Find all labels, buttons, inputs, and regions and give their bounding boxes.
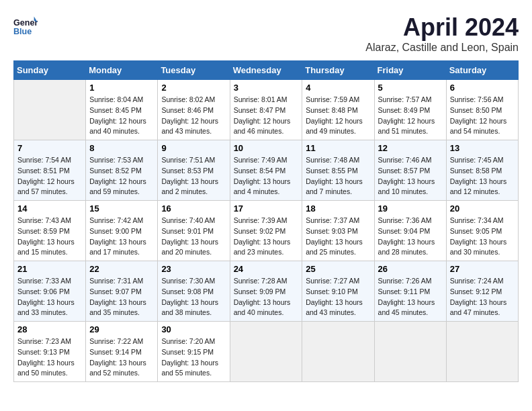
calendar-table: SundayMondayTuesdayWednesdayThursdayFrid… (13, 60, 519, 382)
calendar-cell: 30Sunrise: 7:20 AMSunset: 9:15 PMDayligh… (158, 322, 230, 382)
week-row-2: 7Sunrise: 7:54 AMSunset: 8:51 PMDaylight… (14, 140, 519, 201)
calendar-cell: 21Sunrise: 7:33 AMSunset: 9:06 PMDayligh… (14, 261, 86, 322)
calendar-cell: 2Sunrise: 8:02 AMSunset: 8:46 PMDaylight… (158, 80, 230, 140)
day-number: 16 (161, 203, 226, 214)
day-info: Sunrise: 7:56 AMSunset: 8:50 PMDaylight:… (450, 95, 515, 137)
calendar-cell (230, 322, 302, 382)
day-number: 15 (89, 203, 154, 214)
day-number: 11 (306, 143, 370, 153)
calendar-cell: 20Sunrise: 7:34 AMSunset: 9:05 PMDayligh… (446, 201, 518, 261)
day-info: Sunrise: 7:48 AMSunset: 8:55 PMDaylight:… (306, 155, 370, 197)
day-info: Sunrise: 7:45 AMSunset: 8:58 PMDaylight:… (450, 155, 515, 197)
day-header-friday: Friday (374, 61, 446, 80)
day-info: Sunrise: 8:01 AMSunset: 8:47 PMDaylight:… (234, 95, 299, 137)
day-number: 28 (17, 324, 82, 334)
day-info: Sunrise: 7:39 AMSunset: 9:02 PMDaylight:… (234, 216, 299, 258)
day-info: Sunrise: 7:40 AMSunset: 9:01 PMDaylight:… (161, 216, 226, 258)
day-info: Sunrise: 7:33 AMSunset: 9:06 PMDaylight:… (17, 276, 82, 318)
day-header-monday: Monday (86, 61, 158, 80)
calendar-cell: 10Sunrise: 7:49 AMSunset: 8:54 PMDayligh… (230, 140, 302, 201)
location-subtitle: Alaraz, Castille and Leon, Spain (365, 42, 519, 54)
svg-text:Blue: Blue (13, 27, 32, 36)
day-header-tuesday: Tuesday (158, 61, 230, 80)
day-header-saturday: Saturday (446, 61, 518, 80)
day-info: Sunrise: 7:37 AMSunset: 9:03 PMDaylight:… (306, 216, 370, 258)
calendar-cell: 4Sunrise: 7:59 AMSunset: 8:48 PMDaylight… (302, 80, 374, 140)
day-info: Sunrise: 7:59 AMSunset: 8:48 PMDaylight:… (306, 95, 370, 137)
calendar-cell: 11Sunrise: 7:48 AMSunset: 8:55 PMDayligh… (302, 140, 374, 201)
calendar-cell: 27Sunrise: 7:24 AMSunset: 9:12 PMDayligh… (446, 261, 518, 322)
day-number: 27 (450, 264, 515, 274)
calendar-cell: 26Sunrise: 7:26 AMSunset: 9:11 PMDayligh… (374, 261, 446, 322)
day-number: 5 (378, 83, 443, 93)
day-header-sunday: Sunday (14, 61, 86, 80)
calendar-cell: 3Sunrise: 8:01 AMSunset: 8:47 PMDaylight… (230, 80, 302, 140)
title-block: April 2024 Alaraz, Castille and Leon, Sp… (365, 13, 519, 54)
day-header-thursday: Thursday (302, 61, 374, 80)
day-info: Sunrise: 7:20 AMSunset: 9:15 PMDaylight:… (161, 336, 226, 379)
day-number: 4 (306, 83, 370, 93)
day-info: Sunrise: 7:36 AMSunset: 9:04 PMDaylight:… (378, 216, 443, 258)
week-row-1: 1Sunrise: 8:04 AMSunset: 8:45 PMDaylight… (14, 80, 519, 140)
calendar-cell: 15Sunrise: 7:42 AMSunset: 9:00 PMDayligh… (86, 201, 158, 261)
calendar-cell: 8Sunrise: 7:53 AMSunset: 8:52 PMDaylight… (86, 140, 158, 201)
day-number: 22 (89, 264, 154, 274)
week-row-3: 14Sunrise: 7:43 AMSunset: 8:59 PMDayligh… (14, 201, 519, 261)
day-number: 6 (450, 83, 515, 93)
day-number: 1 (89, 83, 154, 93)
day-info: Sunrise: 7:46 AMSunset: 8:57 PMDaylight:… (378, 155, 443, 197)
day-info: Sunrise: 7:24 AMSunset: 9:12 PMDaylight:… (450, 276, 515, 318)
day-number: 26 (378, 264, 443, 274)
day-number: 20 (450, 203, 515, 214)
day-number: 3 (234, 83, 299, 93)
day-number: 8 (89, 143, 154, 153)
day-number: 29 (89, 324, 154, 334)
day-number: 19 (378, 203, 443, 214)
calendar-cell: 13Sunrise: 7:45 AMSunset: 8:58 PMDayligh… (446, 140, 518, 201)
day-number: 10 (234, 143, 299, 153)
day-info: Sunrise: 7:49 AMSunset: 8:54 PMDaylight:… (234, 155, 299, 197)
calendar-cell (374, 322, 446, 382)
calendar-cell: 16Sunrise: 7:40 AMSunset: 9:01 PMDayligh… (158, 201, 230, 261)
calendar-cell: 19Sunrise: 7:36 AMSunset: 9:04 PMDayligh… (374, 201, 446, 261)
calendar-cell: 22Sunrise: 7:31 AMSunset: 9:07 PMDayligh… (86, 261, 158, 322)
calendar-cell: 18Sunrise: 7:37 AMSunset: 9:03 PMDayligh… (302, 201, 374, 261)
calendar-cell: 28Sunrise: 7:23 AMSunset: 9:13 PMDayligh… (14, 322, 86, 382)
day-info: Sunrise: 7:53 AMSunset: 8:52 PMDaylight:… (89, 155, 154, 197)
day-number: 23 (161, 264, 226, 274)
day-info: Sunrise: 7:57 AMSunset: 8:49 PMDaylight:… (378, 95, 443, 137)
day-number: 24 (234, 264, 299, 274)
day-info: Sunrise: 7:31 AMSunset: 9:07 PMDaylight:… (89, 276, 154, 318)
day-info: Sunrise: 8:04 AMSunset: 8:45 PMDaylight:… (89, 95, 154, 137)
day-info: Sunrise: 7:42 AMSunset: 9:00 PMDaylight:… (89, 216, 154, 258)
calendar-cell: 25Sunrise: 7:27 AMSunset: 9:10 PMDayligh… (302, 261, 374, 322)
logo-icon: General Blue (13, 13, 38, 38)
calendar-cell: 24Sunrise: 7:28 AMSunset: 9:09 PMDayligh… (230, 261, 302, 322)
day-number: 21 (17, 264, 82, 274)
day-info: Sunrise: 8:02 AMSunset: 8:46 PMDaylight:… (161, 95, 226, 137)
day-number: 7 (17, 143, 82, 153)
day-number: 13 (450, 143, 515, 153)
day-number: 25 (306, 264, 370, 274)
calendar-cell: 12Sunrise: 7:46 AMSunset: 8:57 PMDayligh… (374, 140, 446, 201)
day-info: Sunrise: 7:30 AMSunset: 9:08 PMDaylight:… (161, 276, 226, 318)
calendar-cell: 17Sunrise: 7:39 AMSunset: 9:02 PMDayligh… (230, 201, 302, 261)
page-header: General Blue April 2024 Alaraz, Castille… (13, 13, 519, 54)
week-row-4: 21Sunrise: 7:33 AMSunset: 9:06 PMDayligh… (14, 261, 519, 322)
day-info: Sunrise: 7:34 AMSunset: 9:05 PMDaylight:… (450, 216, 515, 258)
day-number: 9 (161, 143, 226, 153)
calendar-cell: 5Sunrise: 7:57 AMSunset: 8:49 PMDaylight… (374, 80, 446, 140)
day-number: 30 (161, 324, 226, 334)
calendar-cell: 23Sunrise: 7:30 AMSunset: 9:08 PMDayligh… (158, 261, 230, 322)
day-number: 17 (234, 203, 299, 214)
day-info: Sunrise: 7:23 AMSunset: 9:13 PMDaylight:… (17, 336, 82, 379)
month-title: April 2024 (365, 13, 519, 42)
day-info: Sunrise: 7:27 AMSunset: 9:10 PMDaylight:… (306, 276, 370, 318)
logo: General Blue (13, 13, 38, 38)
day-info: Sunrise: 7:51 AMSunset: 8:53 PMDaylight:… (161, 155, 226, 197)
calendar-cell (302, 322, 374, 382)
calendar-cell: 29Sunrise: 7:22 AMSunset: 9:14 PMDayligh… (86, 322, 158, 382)
day-info: Sunrise: 7:54 AMSunset: 8:51 PMDaylight:… (17, 155, 82, 197)
day-number: 2 (161, 83, 226, 93)
day-number: 18 (306, 203, 370, 214)
